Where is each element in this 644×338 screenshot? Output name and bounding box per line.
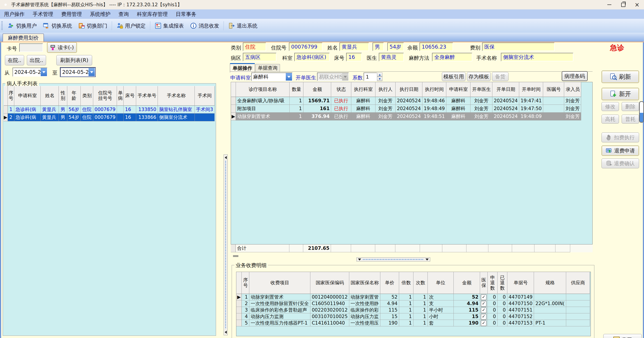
switch-user-button[interactable]: 切换用户 <box>4 20 40 31</box>
column-header[interactable]: 医 保 <box>480 272 488 294</box>
cell[interactable]: 1 <box>414 307 428 313</box>
cell[interactable]: 44707149 <box>507 294 534 300</box>
cell[interactable]: 次 <box>428 294 454 300</box>
cell[interactable] <box>420 244 442 252</box>
cell[interactable] <box>566 294 590 300</box>
discharge-button[interactable]: 出院.. <box>27 55 46 65</box>
row-indicator[interactable] <box>236 320 242 326</box>
cell[interactable]: 190 <box>380 320 399 326</box>
column-header[interactable]: 床号 <box>124 86 136 106</box>
cell[interactable]: 麻醉科 <box>351 97 376 105</box>
new-order-button[interactable]: 新开 <box>602 88 639 100</box>
chevron-down-icon[interactable] <box>286 73 292 81</box>
cell[interactable]: 1569.71 <box>304 97 331 105</box>
message-button[interactable]: 消息收发 <box>187 20 222 31</box>
cell[interactable] <box>566 300 590 307</box>
cell[interactable]: 1 <box>399 313 414 320</box>
cell[interactable]: 0007679 <box>93 106 117 114</box>
column-header[interactable]: 序 号 <box>8 86 14 106</box>
refresh-button[interactable]: 刷新 <box>602 71 639 83</box>
table-row[interactable]: 1急诊科(病黄显兵男56岁住院000767916133850脑室钻孔伴脑室手术间… <box>4 106 215 114</box>
hscroll-thumb[interactable] <box>233 255 238 257</box>
treatment-items-table[interactable]: 诊疗项目名称数量金额状态执行科室执行人执行日期执行时间申请科室开单医生开单日期开… <box>231 82 592 120</box>
cell[interactable]: 52 <box>454 294 480 300</box>
cell[interactable]: 44707153 <box>507 320 534 326</box>
column-header[interactable]: 次数 <box>414 272 428 294</box>
row-indicator[interactable] <box>236 307 242 313</box>
cell[interactable]: 0 <box>488 300 498 307</box>
patient-surgery-grid[interactable]: 序 号申请科室姓名性 别年 龄类别住院号 挂号号单 病床号手术单号手术名称手术间… <box>4 86 215 334</box>
menu-dept-stock[interactable]: 科室库存管理 <box>133 11 172 18</box>
cell[interactable]: ✓ <box>480 307 488 313</box>
tab-doc-query[interactable]: 单据查询 <box>255 64 280 72</box>
chevron-down-icon[interactable] <box>88 68 95 76</box>
column-header[interactable]: 申请科室 <box>14 86 41 106</box>
column-header[interactable]: 开单日期 <box>492 82 519 97</box>
cell[interactable]: 手术间3 <box>195 106 215 114</box>
cell[interactable] <box>534 313 566 320</box>
cell[interactable]: 一次性使用静 <box>349 300 380 307</box>
cell[interactable]: 麻醉科 <box>351 105 376 113</box>
cell[interactable]: 急诊科(病 <box>14 106 41 114</box>
treatment-items-grid[interactable]: 诊疗项目名称数量金额状态执行科室执行人执行日期执行时间申请科室开单医生开单日期开… <box>231 82 592 244</box>
cell[interactable]: 376.94 <box>304 113 331 120</box>
bottom-partial-button[interactable]: 病历 <box>603 334 642 338</box>
refund-apply-button[interactable]: 退费申请 <box>602 146 639 156</box>
right-scrollbar-thumb[interactable] <box>640 113 643 122</box>
cell[interactable]: 002203020012 <box>310 307 349 313</box>
cell[interactable]: 0 <box>488 320 498 326</box>
cell[interactable]: 1 <box>414 294 428 300</box>
column-header[interactable]: 手术单号 <box>136 86 158 106</box>
cell[interactable]: 半小时 <box>428 307 454 313</box>
cell[interactable]: 56岁 <box>67 106 81 114</box>
cell[interactable]: 动脉内压力监 <box>349 313 380 320</box>
column-header[interactable]: 金额 <box>454 272 480 294</box>
cell[interactable]: 0 <box>498 307 507 313</box>
spin-up-icon[interactable]: ▲ <box>377 73 382 77</box>
column-header[interactable]: 手术间 <box>195 86 215 106</box>
table-row[interactable]: 4动脉内压力监测003107010025动脉内压力监1511小时15✓00447… <box>236 313 590 320</box>
column-header[interactable]: 序 号 <box>242 272 249 294</box>
cell[interactable]: 20240524 <box>492 105 519 113</box>
cell[interactable] <box>488 244 512 252</box>
cell[interactable] <box>442 244 466 252</box>
cell[interactable]: 20240524 <box>396 113 422 120</box>
column-header[interactable]: 金额 <box>304 82 331 97</box>
right-scrollbar[interactable] <box>639 101 644 123</box>
table-row[interactable]: 2一次性使用静脉留置针(安全C1605011940一次性使用静4.9411支4.… <box>236 300 590 307</box>
cell[interactable]: 52 <box>380 294 399 300</box>
table-row[interactable]: 3临床操作的彩色多普勒超声002203020012临床操作的彩11511半小时1… <box>236 307 590 313</box>
cell[interactable]: 20240524 <box>396 97 422 105</box>
cell[interactable]: 脑室钻孔伴脑室 <box>158 106 195 114</box>
cell[interactable]: 黄显兵 <box>41 114 59 121</box>
cell[interactable] <box>375 244 395 252</box>
column-header[interactable]: 手术名称 <box>158 86 195 106</box>
column-header[interactable]: 国家医保名称 <box>349 272 380 294</box>
column-header[interactable]: 单价 <box>380 272 399 294</box>
cell[interactable]: 44707150 <box>507 300 534 307</box>
switch-dept-button[interactable]: 切换部门 <box>75 20 110 31</box>
cell[interactable]: 1 <box>399 300 414 307</box>
cell[interactable] <box>395 244 420 252</box>
cell[interactable]: 19:48:49 <box>422 105 446 113</box>
cell[interactable]: 16 <box>124 106 136 114</box>
column-header[interactable]: 执行时间 <box>422 82 446 97</box>
tab-anesthesia-pricing[interactable]: 麻醉费用划价 <box>3 34 44 42</box>
cell[interactable]: 19:47:50 <box>519 105 543 113</box>
cell[interactable]: 4.94 <box>380 300 399 307</box>
cell[interactable]: 一次性使用压 <box>349 320 380 326</box>
cell[interactable] <box>331 244 351 252</box>
row-indicator[interactable]: ▶ <box>236 294 242 300</box>
column-header[interactable]: 执行日期 <box>396 82 422 97</box>
cell[interactable]: 麻醉科 <box>446 113 470 120</box>
cell[interactable] <box>534 307 566 313</box>
cell[interactable]: 115 <box>380 307 399 313</box>
read-card-button[interactable]: 读卡(-) <box>47 42 77 53</box>
column-header[interactable]: 执行人 <box>376 82 396 97</box>
cell[interactable]: 1 <box>399 320 414 326</box>
template-ref-button[interactable]: 模板引用 <box>442 72 466 81</box>
cell[interactable]: 0 <box>498 294 507 300</box>
cell[interactable]: 小时 <box>428 313 454 320</box>
cell[interactable] <box>566 320 590 326</box>
menu-user-ops[interactable]: 用户操作 <box>0 11 28 18</box>
